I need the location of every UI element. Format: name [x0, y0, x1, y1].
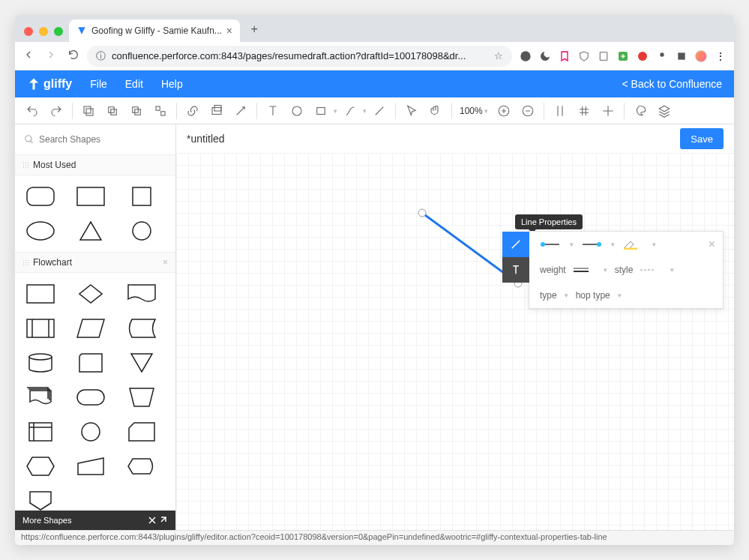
grid-button[interactable]	[573, 100, 595, 122]
shape-card[interactable]	[124, 418, 160, 445]
style-select[interactable]	[640, 265, 663, 275]
menu-help[interactable]: Help	[161, 78, 183, 90]
close-popup-button[interactable]: ×	[709, 238, 715, 251]
search-shapes-input[interactable]	[18, 127, 172, 151]
zoom-in-button[interactable]	[493, 100, 515, 122]
site-info-icon[interactable]: ⓘ	[96, 49, 106, 63]
pin-ext-icon[interactable]	[656, 50, 668, 62]
back-button[interactable]	[22, 49, 34, 64]
shape-database[interactable]	[22, 349, 58, 376]
pinterest-ext-icon[interactable]	[520, 50, 532, 62]
zoom-out-button[interactable]	[517, 100, 539, 122]
shape-triangle[interactable]	[73, 217, 109, 244]
menu-file[interactable]: File	[90, 78, 107, 90]
shape-document[interactable]	[124, 280, 160, 307]
theme-button[interactable]	[629, 100, 652, 122]
line-properties-tooltip: Line Properties	[515, 214, 583, 229]
shape-offpage[interactable]	[22, 487, 58, 511]
new-tab-button[interactable]: +	[244, 19, 264, 39]
shape-manual-op[interactable]	[124, 384, 160, 411]
maximize-window-button[interactable]	[54, 27, 63, 36]
plus-ext-icon[interactable]	[617, 50, 629, 62]
browser-tab[interactable]: Goofing w Gliffy - Samie Kaufn... ×	[69, 19, 240, 42]
line-button[interactable]	[368, 100, 391, 122]
undo-button[interactable]	[21, 100, 43, 122]
save-button[interactable]: Save	[680, 128, 724, 149]
minimize-window-button[interactable]	[39, 27, 48, 36]
popup-button[interactable]	[205, 100, 228, 122]
note-ext-icon[interactable]	[598, 50, 610, 62]
close-section-button[interactable]: ×	[163, 257, 168, 268]
shape-preparation[interactable]	[22, 453, 58, 480]
bookmark-ext-icon[interactable]	[559, 50, 571, 62]
copy-button[interactable]	[77, 100, 100, 122]
connector-dropdown-caret[interactable]: ▾	[363, 107, 367, 115]
shape-internal[interactable]	[22, 418, 58, 445]
canvas[interactable]: Line Properties ×	[176, 153, 734, 530]
text-tab[interactable]	[502, 257, 529, 283]
popup-tabs	[502, 232, 529, 283]
close-window-button[interactable]	[24, 27, 33, 36]
close-tab-button[interactable]: ×	[226, 25, 232, 37]
gliffy-logo[interactable]: gliffy	[27, 77, 72, 91]
line-tab[interactable]	[502, 232, 529, 257]
shape-data[interactable]	[73, 315, 109, 342]
shape-rect[interactable]	[73, 183, 109, 210]
pan-button[interactable]	[424, 100, 447, 122]
magic-button[interactable]	[229, 100, 252, 122]
shape-internal-storage[interactable]	[73, 349, 109, 376]
end-arrow-select[interactable]	[581, 239, 604, 250]
bookmark-star-icon[interactable]: ☆	[494, 50, 503, 61]
line-color-select[interactable]	[622, 239, 645, 250]
forward-button[interactable]	[45, 49, 57, 64]
menu-edit[interactable]: Edit	[125, 78, 143, 90]
shape-rounded-rect[interactable]	[22, 183, 58, 210]
square-ext-icon[interactable]	[676, 50, 688, 62]
shape-ellipse[interactable]	[22, 217, 58, 244]
layers-button[interactable]	[653, 100, 676, 122]
connector-button[interactable]	[339, 100, 361, 122]
link-button[interactable]	[181, 100, 204, 122]
back-to-confluence-link[interactable]: < Back to Confluence	[622, 78, 722, 90]
shape-multi-doc[interactable]	[22, 384, 58, 411]
shape-process[interactable]	[22, 280, 58, 307]
address-bar[interactable]: ⓘ confluence.perforce.com:8443/pages/res…	[87, 46, 512, 67]
svg-rect-8	[109, 106, 115, 112]
snap-button[interactable]	[597, 100, 619, 122]
browser-menu-button[interactable]: ⋮	[715, 50, 727, 62]
line-start-handle[interactable]	[418, 209, 426, 217]
shape-terminator[interactable]	[73, 384, 109, 411]
start-arrow-select[interactable]	[540, 239, 562, 250]
rect-button[interactable]	[310, 100, 332, 122]
weight-select[interactable]	[574, 265, 596, 275]
shape-dropdown-caret[interactable]: ▾	[334, 107, 337, 115]
moon-ext-icon[interactable]	[539, 50, 551, 62]
line-style-row: weight ▾ style ▾	[529, 257, 723, 283]
profile-avatar[interactable]	[695, 50, 707, 62]
shape-square[interactable]	[124, 183, 160, 210]
shape-circle[interactable]	[124, 217, 160, 244]
more-shapes-button[interactable]: More Shapes	[15, 511, 175, 530]
shape-connector[interactable]	[73, 418, 109, 445]
pointer-button[interactable]	[400, 100, 423, 122]
shape-extract[interactable]	[124, 349, 160, 376]
ellipse-button[interactable]	[286, 100, 308, 122]
section-flowchart[interactable]: Flowchart ×	[15, 252, 175, 273]
section-most-used[interactable]: Most Used	[15, 154, 175, 175]
shape-decision[interactable]	[73, 280, 109, 307]
send-back-button[interactable]	[125, 100, 148, 122]
shapes-panel: Most Used Flowchart ×	[15, 124, 176, 530]
text-button[interactable]	[262, 100, 284, 122]
shape-stored-data[interactable]	[124, 315, 160, 342]
shape-predefined[interactable]	[22, 315, 58, 342]
bring-front-button[interactable]	[101, 100, 124, 122]
shield-ext-icon[interactable]	[578, 50, 590, 62]
redo-button[interactable]	[45, 100, 67, 122]
group-button[interactable]	[149, 100, 172, 122]
shape-display[interactable]	[124, 453, 160, 480]
red-ext-icon[interactable]	[637, 50, 649, 62]
reload-button[interactable]	[67, 49, 79, 64]
zoom-level[interactable]: 100%▾	[457, 106, 491, 116]
grid-lines-button[interactable]	[549, 100, 571, 122]
shape-manual-input[interactable]	[73, 453, 109, 480]
